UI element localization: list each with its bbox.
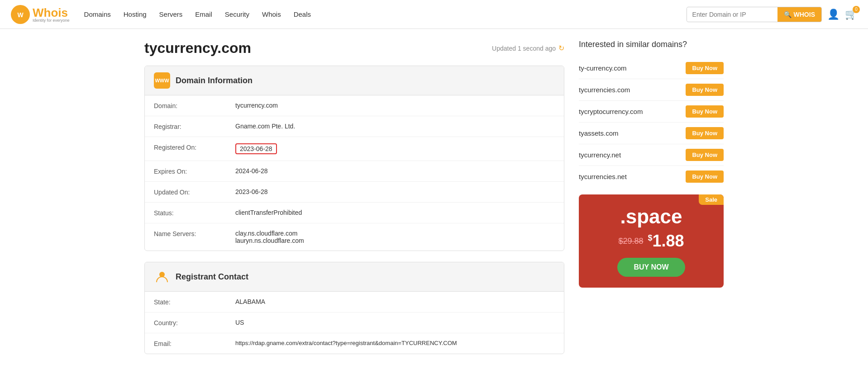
list-item: ty-currency.com Buy Now (579, 57, 724, 79)
promo-tld: .space (588, 205, 715, 228)
search-icon: 🔍 (784, 11, 792, 18)
search-bar: 🔍 WHOIS (687, 7, 822, 22)
table-row: Updated On: 2023-06-28 (145, 182, 564, 203)
whois-search-button[interactable]: 🔍 WHOIS (777, 7, 821, 22)
expires-on-label: Expires On: (154, 167, 235, 175)
state-label: State: (154, 298, 235, 306)
suggestion-domain: tycurrencies.net (579, 173, 627, 180)
registrant-header: Registrant Contact (145, 262, 564, 292)
page-title: tycurrency.com (144, 40, 251, 57)
registrar-label: Registrar: (154, 123, 235, 130)
updated-on-label: Updated On: (154, 188, 235, 196)
expires-on-value: 2024-06-28 (235, 167, 555, 175)
nav-email[interactable]: Email (195, 10, 212, 18)
logo-icon: W (11, 5, 30, 24)
buy-now-button[interactable]: Buy Now (686, 170, 724, 183)
suggestion-domain: ty-currency.com (579, 64, 627, 72)
promo-banner: Sale .space $29.88 $1.88 BUY NOW (579, 194, 724, 288)
registered-on-highlighted: 2023-06-28 (235, 143, 277, 154)
domain-suggestions: ty-currency.com Buy Now tycurrencies.com… (579, 57, 724, 187)
list-item: tycurrencies.net Buy Now (579, 166, 724, 187)
nav-whois[interactable]: Whois (262, 10, 281, 18)
search-button-label: WHOIS (794, 11, 815, 18)
promo-buy-button[interactable]: BUY NOW (617, 258, 685, 277)
registrar-value: Gname.com Pte. Ltd. (235, 123, 555, 130)
svg-text:W: W (17, 11, 24, 19)
suggestion-domain: tycurrencies.com (579, 86, 630, 94)
nameservers-value: clay.ns.cloudflare.comlauryn.ns.cloudfla… (235, 230, 555, 244)
user-icon[interactable]: 👤 (827, 9, 839, 20)
left-column: tycurrency.com Updated 1 second ago ↻ WW… (144, 40, 564, 365)
table-row: Country: US (145, 312, 564, 333)
right-column: Interested in similar domains? ty-curren… (579, 40, 724, 365)
email-label: Email: (154, 340, 235, 347)
registrant-icon (154, 269, 170, 285)
search-input[interactable] (687, 8, 777, 21)
cart-badge: 0 (853, 6, 860, 13)
refresh-icon[interactable]: ↻ (558, 44, 564, 52)
sidebar-title: Interested in similar domains? (579, 40, 724, 49)
promo-price-row: $29.88 $1.88 (588, 232, 715, 251)
buy-now-button[interactable]: Buy Now (686, 84, 724, 96)
table-row: Registered On: 2023-06-28 (145, 137, 564, 161)
list-item: tycurrency.net Buy Now (579, 144, 724, 166)
nav-security[interactable]: Security (225, 10, 249, 18)
suggestion-domain: tyassets.com (579, 129, 619, 137)
logo-text: Whois (33, 6, 68, 19)
country-value: US (235, 319, 555, 326)
table-row: State: ALABAMA (145, 292, 564, 312)
buy-now-button[interactable]: Buy Now (686, 127, 724, 139)
buy-now-button[interactable]: Buy Now (686, 149, 724, 161)
logo[interactable]: W Whois Identity for everyone (11, 5, 70, 24)
registrant-title: Registrant Contact (176, 272, 248, 282)
main-content: tycurrency.com Updated 1 second ago ↻ WW… (117, 29, 751, 374)
nav-servers[interactable]: Servers (159, 10, 183, 18)
promo-new-price: $1.88 (648, 232, 684, 251)
sale-badge: Sale (699, 194, 724, 205)
state-value: ALABAMA (235, 298, 555, 305)
cart-wrapper: 🛒 0 (845, 9, 857, 20)
site-header: W Whois Identity for everyone Domains Ho… (0, 0, 868, 29)
nav-domains[interactable]: Domains (84, 10, 111, 18)
registered-on-value: 2023-06-28 (235, 143, 555, 154)
promo-price-value: 1.88 (653, 232, 684, 250)
list-item: tycryptocurrency.com Buy Now (579, 101, 724, 123)
page-title-row: tycurrency.com Updated 1 second ago ↻ (144, 40, 564, 57)
domain-info-title: Domain Information (176, 76, 253, 85)
registered-on-label: Registered On: (154, 143, 235, 151)
table-row: Domain: tycurrency.com (145, 95, 564, 116)
domain-value: tycurrency.com (235, 102, 555, 109)
domain-info-header: WWW Domain Information (145, 66, 564, 95)
currency-symbol: $ (648, 233, 652, 242)
suggestion-domain: tycurrency.net (579, 151, 621, 159)
domain-info-card: WWW Domain Information Domain: tycurrenc… (144, 66, 564, 251)
header-right: 🔍 WHOIS 👤 🛒 0 (687, 7, 857, 22)
table-row: Expires On: 2024-06-28 (145, 161, 564, 182)
table-row: Email: https://rdap.gname.com/extra/cont… (145, 333, 564, 354)
email-value: https://rdap.gname.com/extra/contact?typ… (235, 340, 555, 346)
domain-label: Domain: (154, 102, 235, 109)
registrant-card: Registrant Contact State: ALABAMA Countr… (144, 262, 564, 354)
update-info: Updated 1 second ago ↻ (492, 44, 564, 52)
table-row: Registrar: Gname.com Pte. Ltd. (145, 116, 564, 137)
status-label: Status: (154, 209, 235, 217)
country-label: Country: (154, 319, 235, 327)
status-value: clientTransferProhibited (235, 209, 555, 216)
table-row: Name Servers: clay.ns.cloudflare.comlaur… (145, 223, 564, 251)
buy-now-button[interactable]: Buy Now (686, 105, 724, 118)
domain-info-icon: WWW (154, 72, 170, 89)
buy-now-button[interactable]: Buy Now (686, 62, 724, 74)
nav-deals[interactable]: Deals (294, 10, 311, 18)
list-item: tyassets.com Buy Now (579, 123, 724, 144)
update-text: Updated 1 second ago (492, 45, 556, 52)
table-row: Status: clientTransferProhibited (145, 203, 564, 223)
www-icon: WWW (155, 78, 169, 83)
suggestion-domain: tycryptocurrency.com (579, 108, 643, 115)
nav-hosting[interactable]: Hosting (124, 10, 147, 18)
list-item: tycurrencies.com Buy Now (579, 79, 724, 101)
promo-old-price: $29.88 (618, 237, 643, 246)
updated-on-value: 2023-06-28 (235, 188, 555, 195)
nameservers-label: Name Servers: (154, 230, 235, 237)
logo-sub: Identity for everyone (33, 18, 70, 23)
main-nav: Domains Hosting Servers Email Security W… (84, 10, 687, 18)
